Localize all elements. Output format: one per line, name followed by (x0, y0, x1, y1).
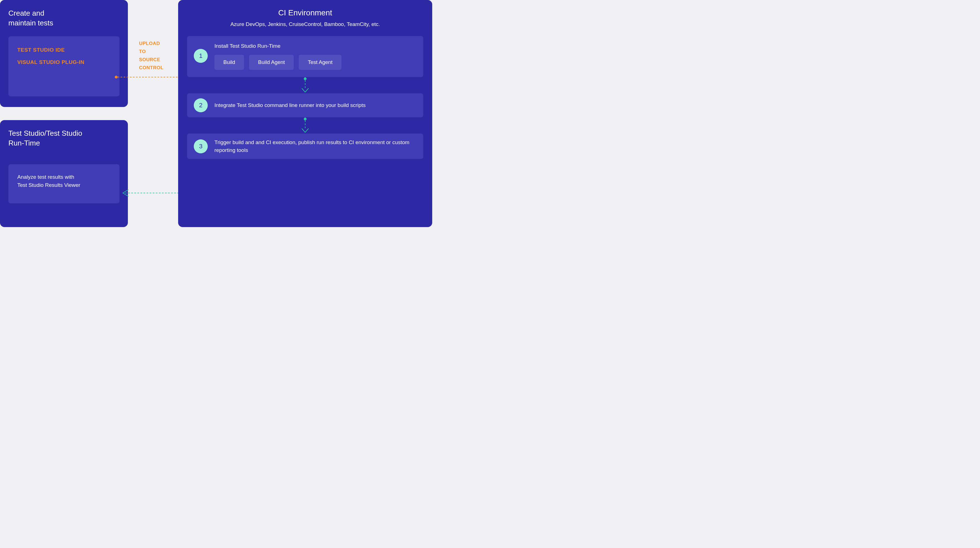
ci-title: CI Environment (187, 8, 423, 18)
runtime-title: Test Studio/Test StudioRun-Time (8, 129, 119, 148)
panel-create-tests: Create andmaintain tests TEST STUDIO IDE… (0, 0, 128, 107)
step-title-1: Install Test Studio Run-Time (215, 42, 417, 50)
chip-build: Build (215, 55, 244, 70)
ci-subtitle: Azure DevOps, Jenkins, CruiseControl, Ba… (187, 21, 423, 28)
arrow-step-1-2-icon (187, 77, 423, 93)
ci-step-3: 3 Trigger build and and CI execution, pu… (187, 134, 423, 159)
chip-test-agent: Test Agent (299, 55, 342, 70)
step-title-2: Integrate Test Studio command line runne… (215, 101, 417, 109)
arrow-step-2-3-icon (187, 117, 423, 134)
ci-step-1: 1 Install Test Studio Run-Time Build Bui… (187, 36, 423, 77)
chip-build-agent: Build Agent (249, 55, 294, 70)
svg-point-6 (304, 118, 307, 120)
step-num-2: 2 (194, 98, 208, 112)
item-test-studio-ide: TEST STUDIO IDE (18, 47, 111, 53)
panel-ci-environment: CI Environment Azure DevOps, Jenkins, Cr… (178, 0, 432, 227)
step-num-3: 3 (194, 139, 208, 153)
analyze-text: Analyze test results withTest Studio Res… (18, 173, 111, 189)
step-chips: Build Build Agent Test Agent (215, 55, 417, 70)
step-num-1: 1 (194, 49, 208, 63)
item-vs-plugin: VISUAL STUDIO PLUG-IN (18, 59, 111, 65)
step-body-3: Trigger build and and CI execution, publ… (215, 139, 417, 154)
step-body-1: Install Test Studio Run-Time Build Build… (215, 42, 417, 70)
svg-point-4 (304, 77, 307, 80)
ci-steps: 1 Install Test Studio Run-Time Build Bui… (187, 36, 423, 159)
ci-step-2: 2 Integrate Test Studio command line run… (187, 93, 423, 117)
step-body-2: Integrate Test Studio command line runne… (215, 101, 417, 109)
create-title: Create andmaintain tests (8, 8, 119, 28)
upload-label: UPLOADTOSOURCECONTROL (139, 40, 164, 72)
step-title-3: Trigger build and and CI execution, publ… (215, 139, 417, 154)
runtime-subpanel: Analyze test results withTest Studio Res… (8, 164, 119, 203)
create-subpanel: TEST STUDIO IDE VISUAL STUDIO PLUG-IN (8, 36, 119, 96)
panel-runtime: Test Studio/Test StudioRun-Time Analyze … (0, 120, 128, 227)
